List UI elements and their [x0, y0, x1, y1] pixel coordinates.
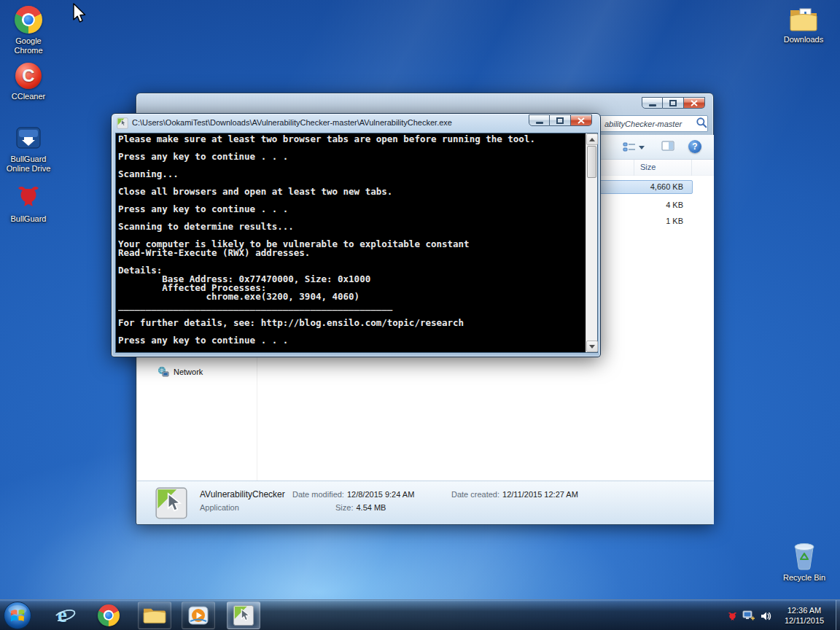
desktop-icon-label: Google Chrome	[5, 36, 52, 55]
size-label: Size:	[335, 503, 353, 512]
date-modified-label: Date modified:	[292, 490, 344, 499]
folder-icon	[142, 605, 167, 626]
details-date-modified: Date modified:12/8/2015 9:24 AM	[292, 490, 414, 499]
details-file-type: Application	[200, 503, 239, 512]
change-view-button[interactable]	[623, 139, 653, 155]
explorer-caption-buttons	[642, 97, 705, 109]
nav-item-network[interactable]: Network	[158, 366, 203, 378]
desktop-icon-label: Recycle Bin	[781, 573, 828, 583]
help-button[interactable]: ?	[688, 140, 701, 153]
minimize-button[interactable]	[642, 97, 663, 109]
media-player-icon	[187, 604, 209, 626]
details-file-name: AVulnerabilityChecker	[200, 489, 285, 499]
internet-explorer-icon: e	[54, 604, 76, 626]
desktop-icon-ccleaner[interactable]: C CCleaner	[5, 63, 52, 101]
desktop-icon-downloads[interactable]: Downloads	[780, 6, 827, 44]
maximize-button[interactable]	[550, 114, 571, 126]
taskbar-item-chrome[interactable]	[92, 602, 125, 629]
console-line: Press any key to continue . . .	[118, 336, 584, 345]
close-icon	[578, 117, 585, 124]
chrome-icon	[15, 6, 42, 34]
network-icon	[158, 366, 169, 378]
show-desktop-button[interactable]	[836, 600, 840, 630]
scroll-down-button[interactable]	[586, 341, 598, 352]
close-button[interactable]	[571, 114, 592, 126]
network-tray-icon[interactable]	[742, 610, 755, 624]
console-app-icon	[117, 117, 128, 132]
size-value: 4.54 MB	[356, 503, 386, 512]
close-icon	[691, 100, 698, 106]
close-button[interactable]	[684, 97, 705, 109]
console-line: Press any key to continue . . .	[118, 152, 584, 161]
taskbar-item-avulnerabilitychecker[interactable]	[227, 602, 260, 629]
desktop-icon-label: BullGuard Online Drive	[5, 155, 52, 174]
avulnerabilitychecker-icon	[233, 604, 254, 626]
details-date-created: Date created:12/11/2015 12:27 AM	[451, 490, 578, 499]
file-size-value: 1 KB	[634, 217, 683, 225]
console-line: ________________________________________…	[118, 301, 584, 310]
console-line: For further details, see: http://blog.en…	[118, 319, 584, 327]
help-icon: ?	[692, 141, 697, 152]
date-created-label: Date created:	[451, 490, 499, 499]
desktop-icon-label: Downloads	[780, 35, 827, 44]
arrow-down-icon	[589, 345, 595, 349]
desktop-icon-bullguard-online-drive[interactable]: BullGuard Online Drive	[5, 124, 52, 174]
maximize-icon	[556, 117, 564, 124]
start-button[interactable]	[3, 601, 32, 630]
explorer-search-box[interactable]: abilityChecker-master	[599, 115, 708, 132]
chevron-down-icon	[639, 146, 645, 149]
ccleaner-icon: C	[15, 63, 42, 89]
chrome-icon	[98, 604, 120, 626]
file-type-icon	[155, 486, 188, 523]
console-line: Please make sure at least two browser ta…	[118, 135, 584, 144]
mouse-cursor	[71, 2, 88, 27]
maximize-icon	[669, 100, 677, 106]
recycle-bin-icon	[790, 540, 818, 570]
taskbar-clock[interactable]: 12:36 AM 12/11/2015	[774, 602, 834, 629]
console-body[interactable]: Please make sure at least two browser ta…	[115, 133, 598, 353]
minimize-icon	[649, 104, 656, 106]
downloads-folder-icon	[789, 6, 818, 32]
arrow-up-icon	[589, 138, 595, 141]
taskbar-item-media-player[interactable]	[182, 602, 215, 629]
date-modified-value: 12/8/2015 9:24 AM	[347, 490, 414, 499]
console-scrollbar[interactable]	[586, 133, 597, 352]
console-line: Read-Write-Execute (RWX) addresses.	[118, 249, 584, 257]
bullguard-tray-icon[interactable]	[727, 610, 738, 624]
explorer-details-pane: AVulnerabilityChecker Application Date m…	[137, 481, 714, 524]
bullguard-drive-icon	[15, 124, 42, 152]
volume-tray-icon[interactable]	[760, 610, 771, 625]
maximize-button[interactable]	[663, 97, 684, 109]
console-line	[118, 257, 584, 266]
clock-time: 12:36 AM	[774, 605, 834, 615]
scrollbar-thumb[interactable]	[587, 146, 596, 178]
taskbar-item-windows-explorer[interactable]	[138, 602, 171, 629]
windows-logo-icon	[3, 601, 32, 630]
console-caption-buttons	[529, 114, 592, 126]
scroll-up-button[interactable]	[586, 133, 598, 145]
desktop: Google Chrome C CCleaner BullGuard Onlin…	[0, 0, 840, 630]
console-window: C:\Users\OokamiTest\Downloads\AVulnerabi…	[111, 113, 601, 357]
file-size-value: 4,660 KB	[634, 182, 683, 191]
minimize-button[interactable]	[529, 114, 550, 126]
ccleaner-letter: C	[22, 67, 34, 85]
taskbar: e	[0, 599, 840, 630]
column-header-size[interactable]: Size	[634, 160, 692, 176]
desktop-icon-label: CCleaner	[5, 92, 52, 101]
desktop-icon-bullguard[interactable]: BullGuard	[5, 182, 52, 224]
console-line: Press any key to continue . . .	[118, 205, 584, 214]
taskbar-item-internet-explorer[interactable]: e	[48, 602, 82, 629]
search-icon[interactable]	[696, 117, 707, 131]
console-output: Please make sure at least two browser ta…	[118, 135, 584, 352]
console-line: Close all browsers and open at least two…	[118, 187, 584, 196]
preview-pane-button[interactable]	[661, 141, 674, 154]
console-title: C:\Users\OokamiTest\Downloads\AVulnerabi…	[132, 118, 452, 127]
desktop-icon-google-chrome[interactable]: Google Chrome	[5, 6, 52, 55]
file-size-value: 4 KB	[634, 201, 683, 209]
console-line: Scanning to determine results...	[118, 222, 584, 231]
desktop-icon-recycle-bin[interactable]: Recycle Bin	[781, 540, 828, 583]
clock-date: 12/11/2015	[774, 615, 834, 626]
console-line	[118, 161, 584, 170]
details-size: Size:4.54 MB	[335, 503, 386, 512]
search-query-text: abilityChecker-master	[599, 120, 696, 128]
